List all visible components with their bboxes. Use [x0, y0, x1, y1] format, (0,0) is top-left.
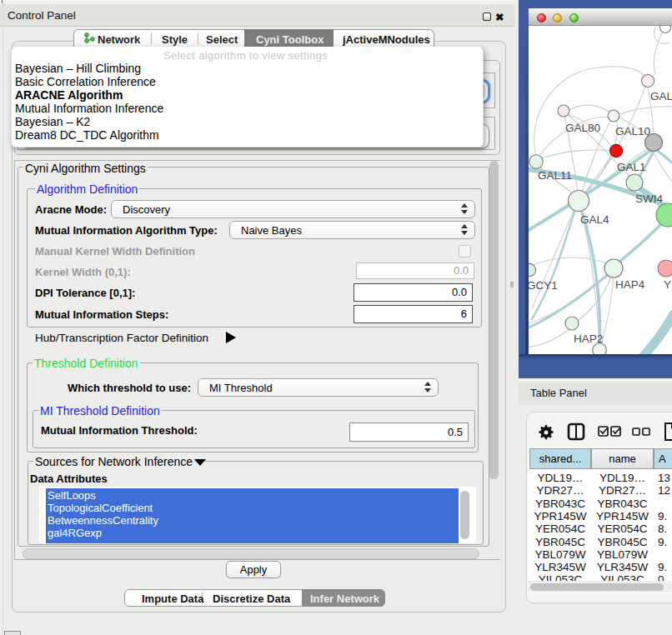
svg-text:GAL: GAL	[650, 90, 672, 102]
svg-text:GAL1: GAL1	[617, 161, 646, 173]
svg-text:GAL80: GAL80	[565, 122, 600, 134]
svg-text:GAL11: GAL11	[538, 169, 572, 182]
svg-text:HAP4: HAP4	[615, 278, 645, 291]
svg-text:GAL4: GAL4	[580, 213, 609, 226]
svg-text:GCY1: GCY1	[529, 279, 558, 292]
svg-text:Y: Y	[664, 278, 671, 291]
svg-text:SWI4: SWI4	[635, 192, 663, 205]
svg-text:HAP2: HAP2	[574, 332, 603, 345]
svg-text:GAL10: GAL10	[615, 125, 650, 138]
